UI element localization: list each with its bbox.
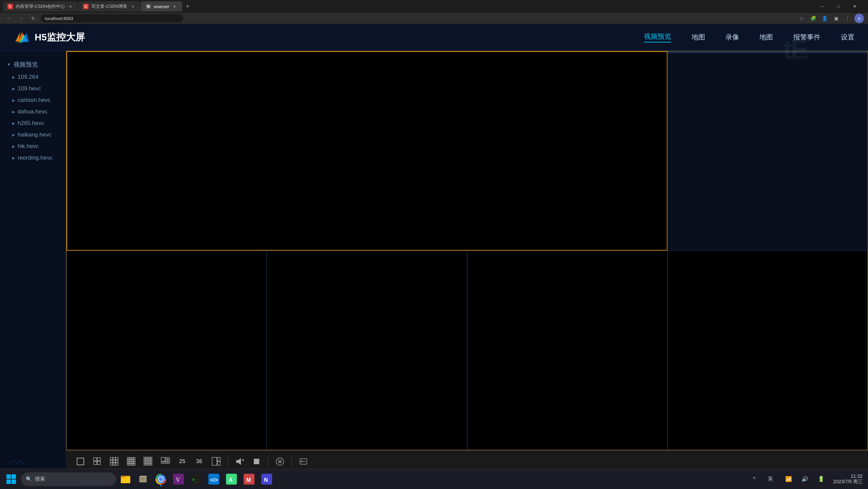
restore-button[interactable]: □: [831, 1, 846, 12]
nav-link-recording[interactable]: 录像: [725, 33, 739, 42]
url-bar[interactable]: localhost:8083: [41, 14, 183, 22]
svg-rect-75: [144, 462, 145, 464]
minimize-button[interactable]: ─: [814, 1, 830, 12]
video-cell-bottom-4[interactable]: [667, 251, 868, 450]
sidebar-item-109-hevc[interactable]: ▶ 109.hevc: [0, 83, 66, 94]
sidebar-toggle-icon[interactable]: ▣: [831, 14, 841, 23]
toolbar-btn-1x1[interactable]: [73, 454, 88, 469]
toolbar-btn-2x2[interactable]: [90, 454, 105, 469]
toolbar-btn-4x4[interactable]: [124, 454, 139, 469]
svg-rect-79: [151, 462, 152, 464]
svg-rect-87: [168, 457, 170, 459]
toolbar-btn-mute[interactable]: [232, 454, 247, 469]
svg-rect-61: [146, 457, 147, 458]
svg-rect-110: [12, 479, 16, 484]
sidebar-item-dahua-hevc[interactable]: ▶ dahua.hevc: [0, 106, 66, 117]
toolbar-btn-split[interactable]: [209, 454, 224, 469]
menu-icon[interactable]: ⋮: [843, 14, 852, 23]
svg-rect-70: [144, 460, 145, 462]
nav-link-video-preview[interactable]: 视频预览: [644, 32, 671, 42]
video-cell-bottom-1[interactable]: [67, 251, 267, 450]
taskbar-battery[interactable]: 🔋: [814, 472, 828, 486]
video-cell-main[interactable]: [67, 51, 667, 251]
toolbar-btn-3x3[interactable]: [107, 454, 122, 469]
tab-close-3[interactable]: ✕: [172, 4, 177, 9]
toolbar-separator-3: [291, 456, 292, 467]
language-icon: 英: [765, 474, 776, 484]
tab-wserver[interactable]: W wserver ✕: [141, 1, 182, 12]
toolbar-btn-stop[interactable]: [249, 454, 264, 469]
tab-label-1: 内容管理-CSDN创作中心: [16, 3, 65, 10]
tab-close-1[interactable]: ✕: [68, 4, 73, 9]
svg-text:N: N: [264, 477, 268, 483]
toolbar-btn-fullscreen[interactable]: [296, 454, 311, 469]
forward-button[interactable]: →: [16, 14, 26, 23]
toolbar-btn-custom-layout1[interactable]: [158, 454, 173, 469]
taskbar-app-vscode[interactable]: </>: [206, 471, 222, 487]
user-profile-button[interactable]: A: [854, 14, 864, 23]
tab-content-management[interactable]: C 内容管理-CSDN创作中心 ✕: [3, 1, 78, 12]
sidebar-item-label-6: haikang.hevc: [18, 131, 52, 138]
close-button[interactable]: ✕: [847, 1, 863, 12]
taskbar-app-terminal[interactable]: >_: [188, 471, 204, 487]
svg-rect-113: [121, 476, 125, 477]
start-button[interactable]: [3, 471, 20, 488]
video-cell-bottom-3[interactable]: [467, 251, 667, 450]
svg-line-28: [17, 461, 20, 463]
refresh-button[interactable]: ↻: [29, 14, 38, 23]
taskbar-app-chrome[interactable]: [153, 471, 169, 487]
sidebar-item-h265-hevc[interactable]: ▶ h265.hevc: [0, 117, 66, 129]
nav-link-settings[interactable]: 设置: [841, 33, 854, 42]
taskbar-app-files[interactable]: [117, 471, 134, 487]
taskbar-lang-indicator[interactable]: 英: [762, 472, 779, 486]
sidebar-item-hik-hevc[interactable]: ▶ hik.hevc: [0, 141, 66, 152]
taskbar-app-misc1[interactable]: M: [241, 471, 257, 487]
nav-link-map1[interactable]: 地图: [692, 33, 705, 42]
taskbar-search[interactable]: 🔍 搜索: [21, 472, 116, 486]
sidebar-item-109-264[interactable]: ▶ 109.264: [0, 71, 66, 83]
svg-rect-50: [131, 459, 133, 461]
taskbar-app-explorer[interactable]: [135, 471, 151, 487]
taskbar-notifications[interactable]: ^: [750, 472, 759, 486]
sidebar-item-reording-hevc[interactable]: ▶ reording.hevc: [0, 152, 66, 164]
main-content: ▼ 视频预览 ▶ 109.264 ▶ 109.hevc ▶ cartoon.he…: [0, 51, 868, 489]
toolbar-btn-5x5[interactable]: [141, 454, 156, 469]
logo-area: H5监控大屏: [14, 29, 85, 46]
video-cell-right-column: [667, 51, 868, 251]
tab-write-article[interactable]: C 写文章-CSDN博客 ✕: [78, 1, 140, 12]
svg-rect-52: [127, 461, 129, 463]
nav-link-alert[interactable]: 报警事件: [793, 33, 820, 42]
toolbar-btn-25[interactable]: 25: [175, 454, 190, 469]
taskbar-right: ^ 英 📶 🔊 🔋 11:32 2023/7/5 周三: [750, 472, 865, 486]
taskbar-sound[interactable]: 🔊: [798, 472, 812, 486]
taskbar-app-android[interactable]: A: [223, 471, 240, 487]
video-cell-right-3[interactable]: [667, 53, 868, 53]
taskbar-network[interactable]: 📶: [782, 472, 795, 486]
sidebar-item-cartoon-hevc[interactable]: ▶ cartoon.hevc: [0, 94, 66, 106]
svg-rect-30: [77, 458, 84, 465]
search-placeholder: 搜索: [35, 476, 45, 482]
back-button[interactable]: ←: [4, 14, 14, 23]
tab-label-2: 写文章-CSDN博客: [91, 3, 127, 10]
sidebar-item-haikang-hevc[interactable]: ▶ haikang.hevc: [0, 129, 66, 141]
taskbar-app-misc2[interactable]: N: [259, 471, 275, 487]
svg-point-124: [159, 477, 163, 481]
toolbar-btn-36[interactable]: 36: [192, 454, 207, 469]
taskbar-app-visual-studio[interactable]: V: [170, 471, 187, 487]
extensions-icon[interactable]: 🧩: [808, 14, 818, 23]
tab-icon-csdn-1: C: [7, 4, 13, 9]
svg-rect-54: [131, 461, 133, 463]
taskbar-clock[interactable]: 11:32 2023/7/5 周三: [831, 473, 865, 485]
svg-text:</>: </>: [210, 477, 218, 483]
sidebar-item-label-7: hik.hevc: [18, 143, 39, 150]
svg-rect-71: [146, 460, 147, 462]
tab-close-2[interactable]: ✕: [130, 4, 135, 9]
profile-manager-icon[interactable]: 👤: [820, 14, 829, 23]
bookmark-star-icon[interactable]: ☆: [797, 14, 806, 23]
video-cell-bottom-2[interactable]: [267, 251, 467, 450]
svg-rect-62: [147, 457, 149, 458]
nav-link-map2[interactable]: 地图: [759, 33, 773, 42]
new-tab-button[interactable]: +: [183, 2, 192, 11]
toolbar-btn-close-all[interactable]: [272, 454, 287, 469]
sidebar-section-header[interactable]: ▼ 视频预览: [0, 58, 66, 71]
